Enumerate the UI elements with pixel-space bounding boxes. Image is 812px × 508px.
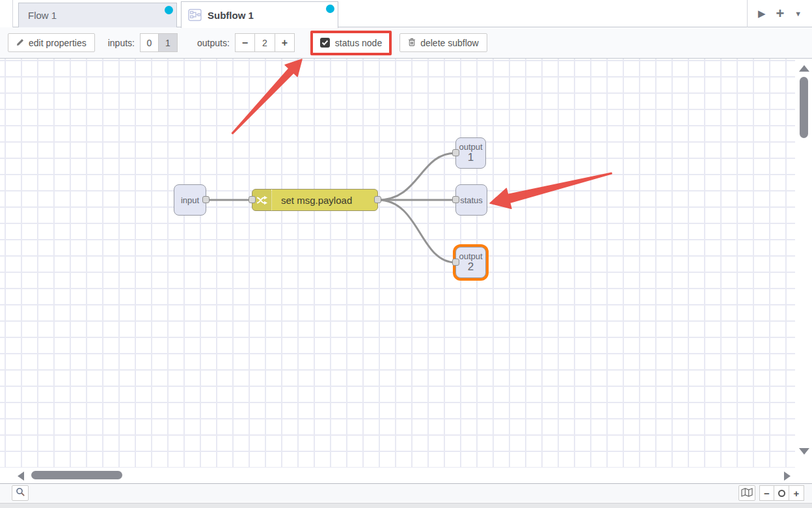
navigator-button[interactable] <box>738 485 755 501</box>
outputs-count-value: 2 <box>255 33 275 52</box>
vertical-scroll-thumb[interactable] <box>800 77 808 138</box>
workspace-footer: − + <box>0 483 812 502</box>
add-flow-button[interactable]: + <box>776 7 784 21</box>
output-port[interactable] <box>202 196 210 203</box>
scroll-left-arrow[interactable] <box>18 472 24 481</box>
subflow-toolbar: edit properties inputs: 0 1 outputs: − 2… <box>0 27 812 59</box>
flow-tab-bar: Flow 1 Subflow 1 ▶ + ▼ <box>0 0 812 27</box>
outputs-decrease-button[interactable]: − <box>235 33 255 52</box>
status-node-label: status node <box>335 38 382 48</box>
zoom-out-button[interactable]: − <box>759 485 774 501</box>
unsaved-changes-dot <box>165 6 173 14</box>
inputs-toggle-group: 0 1 <box>140 33 178 52</box>
input-port[interactable] <box>452 259 459 266</box>
scroll-down-arrow[interactable] <box>799 448 809 455</box>
trash-icon <box>408 38 416 48</box>
bottom-edge-strip <box>0 503 812 508</box>
vertical-scrollbar[interactable] <box>795 59 812 468</box>
wire-layer <box>0 59 795 468</box>
tab-flow-1[interactable]: Flow 1 <box>18 3 177 27</box>
pencil-icon <box>16 38 24 48</box>
zoom-in-button[interactable]: + <box>789 485 804 501</box>
tab-subflow-1-label: Subflow 1 <box>208 10 254 21</box>
zoom-reset-button[interactable] <box>774 485 789 501</box>
annotation-highlight-box: status node <box>310 31 392 55</box>
zoom-controls: − + <box>759 485 804 501</box>
inputs-1-button[interactable]: 1 <box>159 33 178 52</box>
list-flows-dropdown-button[interactable]: ▼ <box>794 10 802 18</box>
node-label: input <box>181 195 199 205</box>
horizontal-scrollbar[interactable] <box>0 468 812 483</box>
horizontal-scroll-thumb[interactable] <box>31 471 122 479</box>
tab-flow-1-label: Flow 1 <box>28 10 57 21</box>
node-label: set msg.payload <box>281 195 352 206</box>
flow-canvas[interactable]: input set msg.payload output 1 status ou… <box>0 59 795 468</box>
wire[interactable] <box>378 153 455 200</box>
map-icon <box>741 488 753 499</box>
node-subflow-output-1[interactable]: output 1 <box>455 137 486 169</box>
scroll-right-arrow[interactable] <box>784 472 791 481</box>
node-number: 2 <box>468 261 474 273</box>
output-port[interactable] <box>374 196 381 203</box>
outputs-stepper: − 2 + <box>235 33 295 52</box>
inputs-label: inputs: <box>108 38 135 48</box>
outputs-increase-button[interactable]: + <box>275 33 295 52</box>
node-change-set-msg-payload[interactable]: set msg.payload <box>252 189 378 211</box>
tab-bar-controls: ▶ + ▼ <box>747 0 812 27</box>
tab-scroll-left-zone <box>0 0 13 27</box>
node-subflow-output-2-selected[interactable]: output 2 <box>455 247 486 278</box>
outputs-label: outputs: <box>197 38 230 48</box>
tab-subflow-1[interactable]: Subflow 1 <box>181 1 338 28</box>
inputs-0-button[interactable]: 0 <box>140 33 159 52</box>
node-number: 1 <box>468 152 474 163</box>
search-icon <box>16 487 25 499</box>
input-port[interactable] <box>452 196 459 203</box>
delete-subflow-label: delete subflow <box>420 38 479 48</box>
node-subflow-input[interactable]: input <box>174 184 206 216</box>
zoom-reset-icon <box>778 490 785 497</box>
scroll-up-arrow[interactable] <box>799 65 809 72</box>
wire[interactable] <box>378 200 455 262</box>
node-label: output <box>459 143 482 152</box>
unsaved-changes-dot <box>326 5 334 13</box>
status-node-toggle-button[interactable]: status node <box>315 35 387 51</box>
node-subflow-status[interactable]: status <box>455 184 487 216</box>
footer-right-controls: − + <box>738 485 804 501</box>
node-label: status <box>460 195 483 205</box>
input-port[interactable] <box>249 196 256 203</box>
node-label: output <box>459 252 482 261</box>
checkbox-checked-icon[interactable] <box>320 38 330 48</box>
next-tab-button[interactable]: ▶ <box>758 8 766 20</box>
subflow-icon <box>188 8 202 21</box>
edit-properties-button[interactable]: edit properties <box>8 33 95 52</box>
delete-subflow-button[interactable]: delete subflow <box>399 33 487 52</box>
search-flows-button[interactable] <box>12 485 29 501</box>
edit-properties-label: edit properties <box>29 38 87 48</box>
input-port[interactable] <box>452 149 459 156</box>
